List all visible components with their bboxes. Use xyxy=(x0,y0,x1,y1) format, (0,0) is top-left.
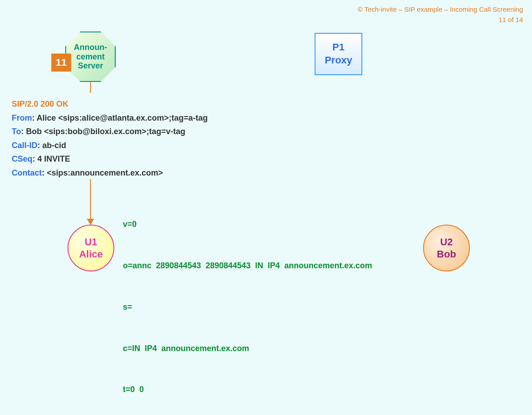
sip-status-line: SIP/2.0 200 OK xyxy=(12,97,208,111)
alice-node: U1 Alice xyxy=(68,225,114,271)
bob-line1: U2 xyxy=(440,236,453,248)
step-badge: 11 xyxy=(51,54,71,72)
sip-header-row: Contact: <sips:announcement.ex.com> xyxy=(12,166,208,180)
header-title: © Tech-invite – SIP example – Incoming C… xyxy=(358,5,523,15)
sdp-line: t=0 0 xyxy=(123,383,372,397)
sdp-line: v=0 xyxy=(123,217,372,231)
bob-node: U2 Bob xyxy=(423,225,470,271)
proxy-line2: Proxy xyxy=(325,54,352,67)
sip-header-row: CSeq: 4 INVITE xyxy=(12,152,208,166)
proxy-node: P1 Proxy xyxy=(315,33,362,75)
sdp-line: s= xyxy=(123,300,372,314)
sip-header-row: To: Bob <sips:bob@biloxi.ex.com>;tag=v-t… xyxy=(12,125,208,139)
sdp-line: o=annc 2890844543 2890844543 IN IP4 anno… xyxy=(123,259,372,273)
connector-line-top xyxy=(90,82,91,93)
sip-header-row: Call-ID: ab-cid xyxy=(12,139,208,153)
alice-line2: Alice xyxy=(79,248,103,261)
announcement-line1: Announ- xyxy=(74,43,107,52)
alice-line1: U1 xyxy=(85,236,97,248)
arrow-line xyxy=(90,179,91,220)
sdp-block: v=0 o=annc 2890844543 2890844543 IN IP4 … xyxy=(123,190,372,415)
header: © Tech-invite – SIP example – Incoming C… xyxy=(358,5,523,25)
header-page: 11 of 14 xyxy=(358,15,523,25)
sip-message: SIP/2.0 200 OK From: Alice <sips:alice@a… xyxy=(12,97,208,180)
arrow-down-icon xyxy=(87,219,94,225)
proxy-line1: P1 xyxy=(333,41,345,54)
sdp-line: c=IN IP4 announcement.ex.com xyxy=(123,342,372,356)
sip-header-row: From: Alice <sips:alice@atlanta.ex.com>;… xyxy=(12,111,208,125)
bob-line2: Bob xyxy=(437,248,456,261)
announcement-line3: Server xyxy=(78,61,103,70)
announcement-line2: cement xyxy=(76,52,104,61)
announcement-server-node: Announ- cement Server xyxy=(65,32,116,82)
